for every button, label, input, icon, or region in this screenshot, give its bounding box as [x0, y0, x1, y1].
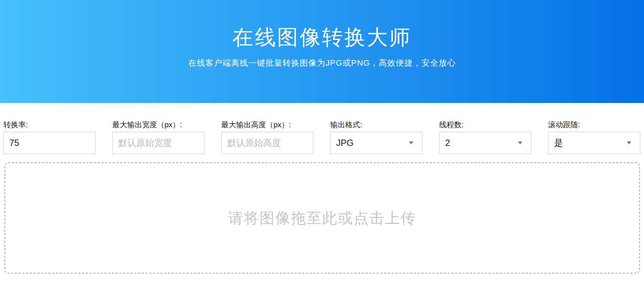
conversion-quality-label: 转换率:: [3, 120, 96, 129]
field-max-output-width: 最大输出宽度（px）:: [112, 120, 204, 154]
upload-dropzone[interactable]: 请将图像拖至此或点击上传: [4, 162, 640, 274]
field-max-output-height: 最大输出高度（px）:: [221, 120, 313, 154]
thread-count-value: 2: [445, 138, 450, 148]
max-output-height-label: 最大输出高度（px）:: [221, 120, 313, 129]
field-conversion-quality: 转换率:: [3, 120, 96, 154]
page-title: 在线图像转换大师: [0, 27, 644, 48]
max-output-width-label: 最大输出宽度（px）:: [112, 120, 204, 129]
output-format-label: 输出格式:: [330, 120, 422, 129]
output-format-select[interactable]: JPG: [330, 132, 422, 154]
thread-count-select[interactable]: 2: [439, 132, 531, 154]
scroll-follow-select[interactable]: 是: [548, 132, 640, 154]
upload-hint-text: 请将图像拖至此或点击上传: [228, 208, 416, 228]
field-thread-count: 线程数: 2: [439, 120, 531, 154]
header-banner: 在线图像转换大师 在线客户端离线一键批量转换图像为JPG或PNG，高效便捷，安全…: [0, 0, 644, 103]
page-subtitle: 在线客户端离线一键批量转换图像为JPG或PNG，高效便捷，安全放心: [0, 59, 644, 67]
output-format-value: JPG: [336, 138, 354, 148]
chevron-down-icon: [627, 141, 631, 144]
field-scroll-follow: 滚动跟随: 是: [548, 120, 640, 154]
scroll-follow-value: 是: [554, 137, 563, 149]
chevron-down-icon: [518, 141, 522, 144]
thread-count-label: 线程数:: [439, 120, 531, 129]
conversion-quality-input[interactable]: [3, 132, 96, 154]
max-output-width-input[interactable]: [112, 132, 204, 154]
chevron-down-icon: [409, 141, 413, 144]
scroll-follow-label: 滚动跟随:: [548, 120, 640, 129]
settings-toolbar: 转换率: 最大输出宽度（px）: 最大输出高度（px）: 输出格式: JPG 线…: [0, 120, 644, 154]
max-output-height-input[interactable]: [221, 132, 313, 154]
field-output-format: 输出格式: JPG: [330, 120, 422, 154]
